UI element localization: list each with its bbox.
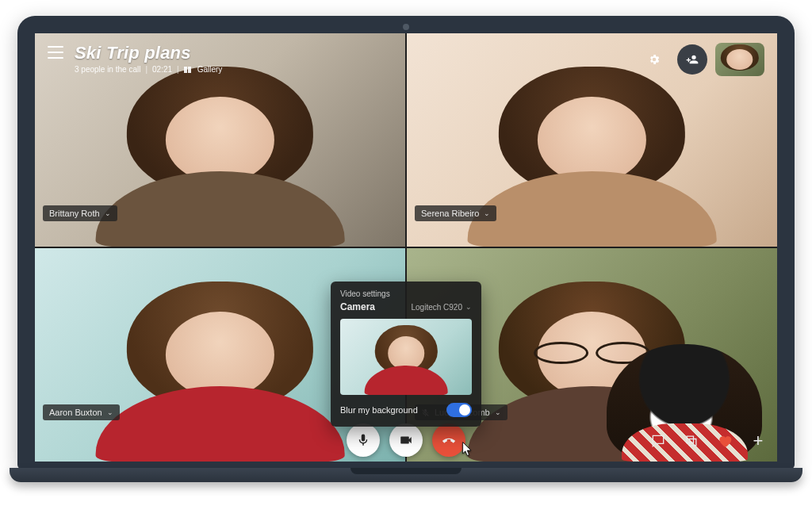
share-screen-button[interactable] [684, 433, 699, 449]
chevron-down-icon: ⌄ [105, 209, 111, 217]
hangup-button[interactable] [432, 423, 465, 457]
mic-icon [356, 433, 370, 447]
participant-name-chip[interactable]: Serena Ribeiro ⌄ [415, 205, 496, 221]
settings-button[interactable] [639, 44, 669, 75]
camera-device-selector[interactable]: Logitech C920 ⌄ [412, 303, 473, 312]
video-icon [399, 433, 413, 447]
chat-icon [650, 433, 666, 449]
camera-section-label: Camera [340, 301, 375, 312]
gear-icon [648, 53, 661, 66]
self-view[interactable] [715, 43, 764, 76]
participant-name-label: Brittany Roth [49, 209, 100, 218]
plus-icon: + [753, 432, 764, 450]
share-screen-icon [684, 433, 699, 449]
hangup-icon [442, 433, 456, 447]
more-button[interactable]: + [750, 433, 766, 449]
chevron-down-icon: ⌄ [465, 303, 472, 311]
menu-button[interactable] [48, 46, 63, 59]
view-mode-label: Gallery [197, 65, 223, 74]
video-settings-panel: Video settings Camera Logitech C920 ⌄ Bl… [331, 282, 481, 427]
call-duration-label: 02:21 [152, 65, 172, 74]
add-participant-button[interactable] [677, 44, 707, 75]
laptop-camera-icon [403, 24, 409, 30]
participant-name-label: Aaron Buxton [49, 408, 102, 417]
laptop-frame: Brittany Roth ⌄ Serena Ribeiro ⌄ Aar [17, 16, 795, 469]
video-toggle-button[interactable] [389, 423, 423, 457]
blur-background-toggle[interactable] [446, 403, 472, 417]
mute-button[interactable] [347, 423, 380, 457]
camera-device-name: Logitech C920 [412, 303, 463, 312]
participant-video [90, 59, 350, 247]
chevron-down-icon: ⌄ [107, 408, 113, 416]
gallery-icon [184, 67, 193, 73]
participant-name-chip[interactable]: Brittany Roth ⌄ [43, 205, 117, 221]
reaction-button[interactable] [717, 433, 733, 449]
panel-title: Video settings [340, 289, 472, 298]
laptop-base [10, 468, 802, 482]
participant-name-chip[interactable]: Aaron Buxton ⌄ [43, 404, 120, 420]
chevron-down-icon: ⌄ [495, 408, 501, 416]
camera-preview [340, 319, 472, 395]
blur-background-label: Blur my background [340, 405, 418, 415]
call-controls-bar: + [35, 423, 777, 457]
add-person-icon [686, 53, 699, 66]
app-screen: Brittany Roth ⌄ Serena Ribeiro ⌄ Aar [35, 33, 777, 462]
call-header: Ski Trip plans 3 people in the call | 02… [35, 33, 777, 82]
participant-video [462, 59, 722, 247]
call-title: Ski Trip plans [75, 43, 222, 63]
chat-button[interactable] [650, 433, 666, 449]
heart-icon [717, 433, 733, 449]
call-subtitle: 3 people in the call | 02:21 | Gallery [75, 65, 222, 74]
participant-count-label: 3 people in the call [75, 65, 140, 74]
chevron-down-icon: ⌄ [484, 209, 490, 217]
participant-name-label: Serena Ribeiro [421, 209, 479, 218]
